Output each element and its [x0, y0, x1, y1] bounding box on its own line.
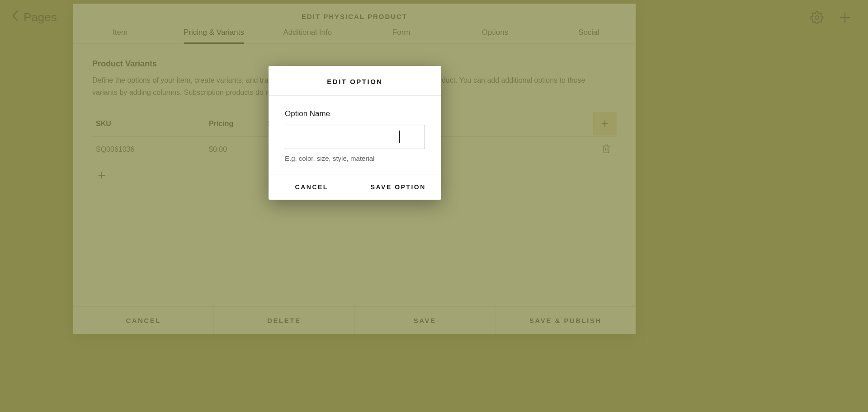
modal-cancel-button[interactable]: CANCEL	[269, 174, 355, 200]
modal-save-option-button[interactable]: SAVE OPTION	[355, 174, 442, 200]
edit-option-modal: EDIT OPTION Option Name E.g. color, size…	[269, 66, 441, 200]
option-name-label: Option Name	[285, 109, 425, 118]
option-name-input-wrap	[285, 125, 425, 149]
option-name-input[interactable]	[285, 125, 425, 149]
modal-scrim	[0, 0, 868, 412]
modal-footer: CANCEL SAVE OPTION	[269, 174, 441, 200]
text-caret	[399, 131, 400, 143]
modal-title: EDIT OPTION	[269, 66, 441, 96]
option-name-hint: E.g. color, size, style, material	[285, 154, 425, 162]
modal-body: Option Name E.g. color, size, style, mat…	[269, 96, 441, 174]
